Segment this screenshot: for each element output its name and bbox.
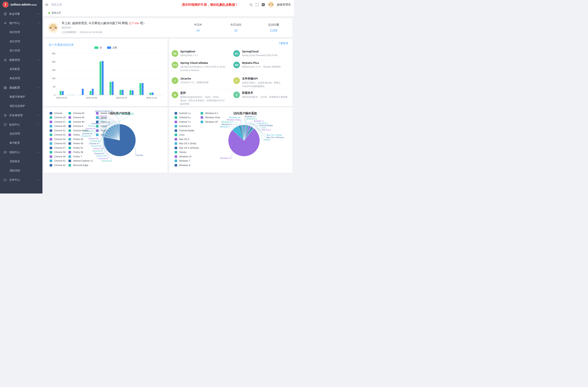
- callout-label: Android 6.x: [247, 118, 257, 120]
- sidebar-item-7[interactable]: 消息中心: [0, 148, 42, 157]
- callout-label: Firefox 7: [98, 120, 106, 122]
- stat-value: 2,029: [255, 29, 293, 32]
- sidebar-subitem[interactable]: 用户管理: [0, 46, 42, 55]
- sidebar-subitem[interactable]: 菜单配置: [0, 64, 42, 74]
- sidebar-subitem[interactable]: 地区信息维护: [0, 102, 42, 111]
- tech-texts: 容器技术虚拟化容器技术，让迁移、部署更加方便快捷: [242, 91, 287, 99]
- breadcrumb[interactable]: 系统主页: [51, 3, 62, 6]
- tech-texts: SpringCloudSpring Cloud Greenwich.RELEAS…: [242, 50, 278, 57]
- sidebar-subitem[interactable]: 我的消息: [0, 166, 42, 175]
- sidebar-subitem[interactable]: 组织管理: [0, 28, 42, 37]
- collapse-menu-icon[interactable]: [45, 3, 48, 6]
- tech-badge: SCA: [172, 61, 178, 68]
- visits-chart-card: 近十天系统访问记录 您总数 0501001502002502019-12-012…: [44, 39, 168, 106]
- tech-title: 监控: [180, 91, 226, 95]
- tech-item-4: MPMybatis-PlusMybatis-plus 3.2.0： Mybati…: [231, 59, 293, 75]
- sidebar-subitem[interactable]: 短信管理: [0, 129, 42, 138]
- font-size-icon: [262, 3, 265, 6]
- sidebar-item-label: 务必详看: [9, 12, 37, 16]
- sidebar-subitem[interactable]: 数据字典维护: [0, 92, 42, 102]
- tech-grid: SBSpringBootSpring Boot 2.1.2SCSpringClo…: [169, 48, 293, 106]
- sidebar-item-5[interactable]: 开发者管理: [0, 111, 42, 120]
- tech-title: J2cache: [180, 77, 209, 80]
- tech-item-8: C容器技术虚拟化容器技术，让迁移、部署更加方便快捷: [231, 89, 293, 106]
- learn-more-link[interactable]: 了解更多: [278, 42, 289, 45]
- y-tick-label: 200: [52, 61, 55, 63]
- tech-texts: 监控集成SpringBootAdmin、Zipkin、Redis、Mysql、定…: [180, 91, 226, 106]
- tech-badge: F: [233, 77, 240, 84]
- page-content: 早上好, 超级管理员, 今天帮别人解决问题了吗 帮我 点个star 吧~ 疯狂加…: [42, 17, 294, 194]
- tech-badge: C: [233, 91, 240, 98]
- tech-title: Mybatis-Plus: [242, 61, 281, 64]
- callout-line: [231, 126, 235, 128]
- user-avatar[interactable]: [268, 1, 274, 8]
- callout-label: Microsoft Edge(16): [116, 113, 134, 115]
- tech-title: SpringBoot: [180, 50, 198, 53]
- tech-item-6: F文件存储API封装文件接口，实现本地存储、阿里云、FastDFS存储的配置化: [231, 75, 293, 89]
- stat-label: 总访问量: [255, 23, 293, 27]
- callout-line: [241, 118, 242, 125]
- tech-item-3: SCASpring Cloud alibabaSpringCloudAlibab…: [169, 59, 231, 75]
- callout-label: Android 7.x: [254, 120, 264, 122]
- star-link[interactable]: 点个star: [129, 21, 140, 25]
- file-icon: [4, 178, 7, 182]
- app-logo[interactable]: Z zuihou-admincloud: [0, 0, 42, 9]
- y-tick-label: 0: [54, 94, 55, 96]
- file-icon: [4, 178, 7, 182]
- developer-gear-icon: [4, 114, 7, 117]
- sidebar-item-label: 用户中心: [9, 21, 37, 25]
- y-tick-label: 150: [52, 69, 55, 71]
- callout-label: Chrome 64: [85, 127, 95, 130]
- welcome-texts: 早上好, 超级管理员, 今天帮别人解决问题了吗 帮我 点个star 吧~ 疯狂加…: [62, 21, 145, 34]
- callout-label: Mac OS X (iPhone): [266, 136, 284, 139]
- bar-您-2019-12-04: [89, 91, 91, 95]
- chevron-down-icon: [37, 151, 40, 153]
- bar-总数-2019-12-02: [72, 95, 74, 95]
- greeting-text: 早上好, 超级管理员, 今天帮别人解决问题了吗 帮我 点个star 吧~: [62, 21, 145, 25]
- sidebar-subitem[interactable]: 岗位管理: [0, 37, 42, 46]
- callout-label: Chrome 55: [91, 145, 101, 147]
- username[interactable]: 超级管理员: [277, 3, 291, 6]
- sidebar-subitem[interactable]: 消息推送: [0, 157, 42, 166]
- callout-label: Windows XP: [229, 116, 240, 119]
- font-size-icon[interactable]: [262, 3, 265, 6]
- sidebar-subitem[interactable]: 账号配置: [0, 138, 42, 148]
- callout-label: Chrome 54: [93, 147, 103, 150]
- tech-item-5: JJ2cacheJ2cache2.7.8: 二级缓存框架: [169, 75, 231, 89]
- tech-desc: Spring Cloud Greenwich.RELEASE: [242, 54, 278, 57]
- callout-label: Android Mobile: [259, 124, 273, 126]
- message-icon: [4, 150, 7, 154]
- stat-column: 总访问量2,029: [255, 23, 293, 32]
- callout-line: [240, 120, 241, 125]
- 访问用户浏览器-pie-chart[interactable]: Internet Explorer 11Microsoft Edge(16)Fi…: [44, 107, 168, 173]
- logo-letter: Z: [5, 3, 7, 7]
- tech-item-1: SBSpringBootSpring Boot 2.1.2: [169, 48, 231, 59]
- callout-label: Android 1.x: [245, 116, 255, 118]
- sidebar-item-2[interactable]: 用户中心: [0, 19, 42, 28]
- sidebar-item-1[interactable]: 务必详看: [0, 9, 42, 19]
- 访问用户操作系统-pie-chart[interactable]: Windows XPWindows VistaWindows 8.1Window…: [169, 107, 293, 173]
- callout-label: Chrome 51: [94, 152, 104, 155]
- y-tick-label: 50: [53, 86, 55, 88]
- fullscreen-icon: [255, 3, 259, 6]
- search-icon[interactable]: [249, 3, 253, 6]
- callout-label: Chrome 26: [102, 160, 111, 162]
- callout-label: Chrome 8: [91, 122, 100, 125]
- tech-title: 文件存储API: [242, 77, 288, 81]
- tech-desc: SpringCloudAlibaba2.1.0.RELEASE & nacos …: [180, 65, 226, 72]
- callout-label: Linux: [261, 126, 266, 129]
- sidebar-subitem[interactable]: 角色管理: [0, 74, 42, 83]
- callout-label: Chrome 61: [81, 135, 91, 137]
- bar-总数-2019-12-06: [112, 81, 114, 95]
- sidebar-item-4[interactable]: 基础配置: [0, 83, 42, 92]
- tab-home[interactable]: 系统主页: [45, 9, 64, 16]
- last-login: 上次登录时间： 2019-12-10 10:03:08: [62, 31, 145, 34]
- sidebar-item-3[interactable]: 权限管理: [0, 55, 42, 64]
- fullscreen-icon[interactable]: [255, 3, 259, 6]
- bar-您-2019-12-10: [149, 93, 151, 95]
- bar-您-2019-12-06: [110, 82, 111, 95]
- visits-bar-chart[interactable]: 0501001502002502019-12-012019-12-042019-…: [44, 39, 168, 106]
- x-tick-label: 2019-12-04: [86, 97, 97, 99]
- sidebar-item-8[interactable]: 文件中心: [0, 175, 42, 184]
- sidebar-item-6[interactable]: 短信中心: [0, 120, 42, 129]
